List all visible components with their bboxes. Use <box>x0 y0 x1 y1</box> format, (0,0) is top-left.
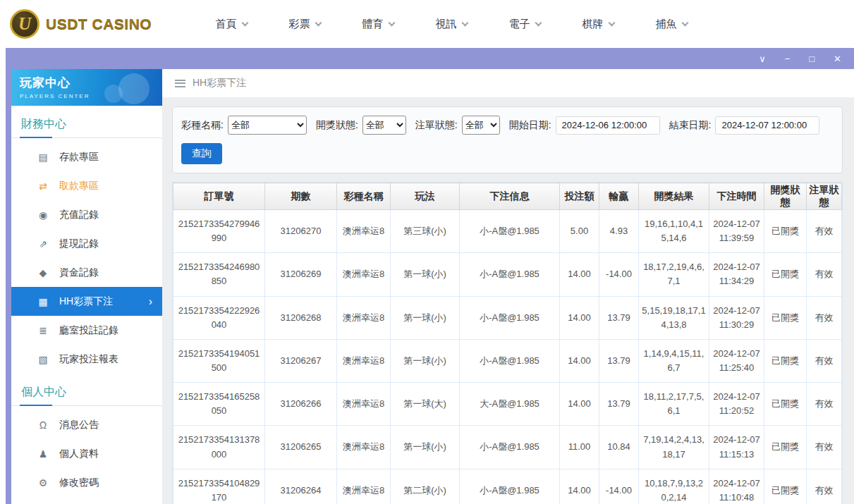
cell-bet-info: 大-A盤@1.985 <box>460 383 560 426</box>
sidebar-item-deposit[interactable]: ▤ 存款專區 <box>11 142 162 171</box>
cell-win-loss: 13.79 <box>599 339 639 382</box>
players-center-window: ∨ − □ ✕ 玩家中心 PLAYERS CENTER 財務中心 ▤ 存款專區 <box>6 48 854 504</box>
site-logo[interactable]: U USDT CASINO <box>10 9 173 39</box>
sidebar-item-recharge-records[interactable]: ◉ 充值記錄 <box>11 200 162 229</box>
cell-lottery-name: 澳洲幸运8 <box>337 296 391 339</box>
cell-period: 31206270 <box>265 210 337 253</box>
cell-bet-info: 小-A盤@1.985 <box>460 253 560 296</box>
rollup-icon[interactable]: ∨ <box>759 54 766 63</box>
col-order-no: 訂單號 <box>173 183 265 210</box>
start-date-input[interactable] <box>556 116 660 135</box>
col-period: 期數 <box>265 183 337 210</box>
main-menu: 首頁 彩票 體育 視訊 電子 棋牌 捕魚 <box>195 18 708 31</box>
cell-draw-status: 已開獎 <box>764 469 807 504</box>
minimize-icon[interactable]: − <box>785 54 791 63</box>
nav-item[interactable]: 視訊 <box>415 18 488 31</box>
search-button[interactable]: 查詢 <box>181 143 222 164</box>
cell-lottery-name: 澳洲幸运8 <box>337 426 391 469</box>
cell-play-type: 第一球(小) <box>391 253 460 296</box>
nav-item[interactable]: 彩票 <box>268 18 341 31</box>
nav-item[interactable]: 電子 <box>488 18 561 31</box>
cell-draw-result: 5,15,19,18,17,14,13,8 <box>639 296 709 339</box>
table-row: 2152173354194051500 31206267 澳洲幸运8 第一球(小… <box>173 339 842 382</box>
sidebar-item-profile[interactable]: ♟ 個人資料 <box>11 439 162 468</box>
cell-order-status: 有效 <box>807 296 842 339</box>
cell-lottery-name: 澳洲幸运8 <box>337 339 391 382</box>
col-lottery-name: 彩種名稱 <box>337 183 391 210</box>
menu-toggle-icon[interactable] <box>175 80 185 87</box>
table-row: 2152173354279946990 31206270 澳洲幸运8 第三球(小… <box>173 210 842 253</box>
cell-play-type: 第一球(小) <box>391 426 460 469</box>
sidebar-item-withdraw-records[interactable]: ⇗ 提現記錄 <box>11 229 162 258</box>
cell-order-status: 有效 <box>807 253 842 296</box>
cell-bet-time: 2024-12-07 11:34:29 <box>709 253 764 296</box>
close-icon[interactable]: ✕ <box>834 54 841 63</box>
cell-draw-result: 7,19,14,2,4,13,18,17 <box>639 426 709 469</box>
col-bet-info: 下注信息 <box>460 183 560 210</box>
order-status-label: 注單狀態: <box>415 119 458 132</box>
sidebar-item-announcements[interactable]: Ω 消息公告 <box>11 410 162 439</box>
end-date-input[interactable] <box>715 116 819 135</box>
cell-period: 31206269 <box>265 253 337 296</box>
sidebar-item-hh-lottery-bets[interactable]: ▦ HH彩票下注 › <box>11 287 162 316</box>
maximize-icon[interactable]: □ <box>809 54 815 63</box>
lottery-name-select[interactable]: 全部 <box>228 116 307 135</box>
cell-draw-status: 已開獎 <box>764 339 807 382</box>
cell-bet-amount: 14.00 <box>560 253 599 296</box>
cell-win-loss: 13.79 <box>599 296 639 339</box>
funds-icon: ◆ <box>37 267 49 278</box>
order-status-select[interactable]: 全部 <box>462 116 500 135</box>
cash-out-icon: ⇗ <box>37 238 49 250</box>
sidebar-item-change-password[interactable]: ⚙ 修改密碼 <box>11 468 162 497</box>
finance-menu: ▤ 存款專區 ⇄ 取款專區 ◉ 充值記錄 <box>11 138 162 374</box>
cell-period: 31206264 <box>265 469 337 504</box>
bets-table: 訂單號 期數 彩種名稱 玩法 下注信息 投注額 輸贏 開獎結果 下注時間 開獎狀… <box>173 183 842 504</box>
sidebar-item-fund-records[interactable]: ◆ 資金記錄 <box>11 258 162 287</box>
col-play-type: 玩法 <box>391 183 460 210</box>
end-date-label: 結束日期: <box>669 119 712 132</box>
cell-win-loss: 4.93 <box>599 210 639 253</box>
nav-item[interactable]: 棋牌 <box>561 18 635 31</box>
cell-win-loss: -14.00 <box>599 469 639 504</box>
cell-draw-status: 已開獎 <box>764 426 807 469</box>
sidebar-item-room-bet-records[interactable]: ≣ 廳室投註記錄 <box>11 316 162 345</box>
cell-order-status: 有效 <box>807 210 842 253</box>
cell-bet-time: 2024-12-07 11:15:13 <box>709 426 764 469</box>
section-heading-finance: 財務中心 <box>11 106 162 138</box>
sidebar-item-label: 廳室投註記錄 <box>59 324 118 337</box>
cell-bet-amount: 14.00 <box>560 296 599 339</box>
lottery-list-icon: ▦ <box>37 296 49 307</box>
bank-card-icon: ▤ <box>37 152 49 163</box>
nav-item[interactable]: 首頁 <box>195 18 268 31</box>
cell-order-status: 有效 <box>807 469 842 504</box>
cell-bet-info: 小-A盤@1.985 <box>460 210 560 253</box>
col-win-loss: 輸贏 <box>599 183 639 210</box>
bell-icon: Ω <box>37 419 49 431</box>
sidebar-item-player-bet-report[interactable]: ▧ 玩家投注報表 <box>11 345 162 374</box>
cell-play-type: 第一球(小) <box>391 296 460 339</box>
sidebar-item-withdraw[interactable]: ⇄ 取款專區 <box>11 171 162 200</box>
bet-records-icon: ≣ <box>37 325 49 336</box>
cell-play-type: 第三球(小) <box>391 210 460 253</box>
filter-panel: 彩種名稱: 全部 開獎狀態: 全部 注單狀態: 全 <box>172 106 843 173</box>
cell-bet-amount: 5.00 <box>560 210 599 253</box>
moneybag-icon: ◉ <box>37 209 49 221</box>
chevron-down-icon <box>461 20 468 27</box>
bets-table-container: 訂單號 期數 彩種名稱 玩法 下注信息 投注額 輸贏 開獎結果 下注時間 開獎狀… <box>172 182 843 504</box>
col-bet-time: 下注時間 <box>709 183 764 210</box>
cell-bet-time: 2024-12-07 11:10:48 <box>709 469 764 504</box>
chevron-down-icon <box>535 20 542 27</box>
sidebar: 玩家中心 PLAYERS CENTER 財務中心 ▤ 存款專區 ⇄ 取款專區 <box>11 69 162 504</box>
report-icon: ▧ <box>37 354 49 365</box>
nav-item[interactable]: 體育 <box>341 18 415 31</box>
table-row: 2152173354222926040 31206268 澳洲幸运8 第一球(小… <box>173 296 842 339</box>
cell-draw-status: 已開獎 <box>764 210 807 253</box>
cell-lottery-name: 澳洲幸运8 <box>337 469 391 504</box>
chevron-right-icon: › <box>149 295 152 308</box>
logo-text: USDT CASINO <box>46 16 152 32</box>
cell-draw-result: 10,18,7,9,13,20,2,14 <box>639 469 709 504</box>
nav-item[interactable]: 捕魚 <box>635 18 708 31</box>
draw-status-select[interactable]: 全部 <box>362 116 406 135</box>
breadcrumb-title: HH彩票下注 <box>193 77 246 90</box>
cell-bet-amount: 14.00 <box>560 383 599 426</box>
